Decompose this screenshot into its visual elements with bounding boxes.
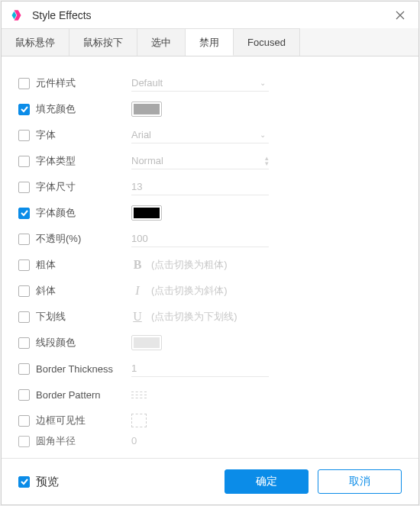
border-visibility-label: 边框可见性 (36, 414, 86, 427)
bold-label: 粗体 (36, 258, 56, 272)
row-font-type: 字体类型 Normal ▴▾ (18, 148, 402, 174)
tab-mousedown[interactable]: 鼠标按下 (69, 28, 137, 56)
italic-label: 斜体 (36, 284, 56, 298)
element-style-checkbox[interactable] (18, 78, 30, 89)
italic-icon[interactable]: I (131, 284, 144, 298)
italic-checkbox[interactable] (18, 285, 30, 297)
font-checkbox[interactable] (18, 130, 30, 141)
fill-color-swatch[interactable] (131, 102, 162, 117)
underline-hint: (点击切换为下划线) (151, 310, 237, 324)
window-title: Style Effects (32, 9, 391, 21)
font-color-swatch[interactable] (131, 205, 162, 221)
spinner-arrows-icon: ▴▾ (265, 156, 269, 166)
font-color-checkbox[interactable] (18, 208, 30, 219)
tab-selected[interactable]: 选中 (137, 28, 186, 56)
border-visibility-checkbox[interactable] (18, 415, 30, 427)
tab-mouseover[interactable]: 鼠标悬停 (2, 28, 69, 56)
row-italic: 斜体 I (点击切换为斜体) (18, 278, 402, 304)
preview-label: 预览 (36, 475, 59, 489)
row-element-style: 元件样式 Default ⌄ (18, 70, 402, 96)
row-font-size: 字体尺寸 13 (18, 174, 402, 200)
tab-disabled[interactable]: 禁用 (186, 28, 234, 56)
font-size-input[interactable]: 13 (131, 179, 269, 195)
border-thickness-value: 1 (131, 363, 137, 374)
row-underline: 下划线 U (点击切换为下划线) (18, 304, 402, 330)
row-bold: 粗体 B (点击切换为粗体) (18, 252, 402, 278)
italic-hint: (点击切换为斜体) (151, 284, 228, 298)
corner-radius-input[interactable]: 0 (131, 433, 269, 449)
border-pattern-checkbox[interactable] (18, 389, 30, 401)
font-size-label: 字体尺寸 (36, 180, 76, 194)
row-corner-radius: 圆角半径 0 (18, 433, 402, 449)
underline-icon[interactable]: U (131, 310, 144, 324)
font-color-label: 字体颜色 (36, 206, 76, 220)
corner-radius-value: 0 (131, 435, 137, 446)
row-font: 字体 Arial ⌄ (18, 122, 402, 148)
corner-radius-label: 圆角半径 (36, 434, 76, 448)
tab-bar: 鼠标悬停 鼠标按下 选中 禁用 Focused (2, 28, 418, 56)
chevron-down-icon: ⌄ (260, 131, 266, 139)
line-color-swatch[interactable] (131, 335, 162, 350)
row-border-thickness: Border Thickness 1 (18, 356, 402, 382)
row-line-color: 线段颜色 (18, 330, 402, 356)
tab-focused[interactable]: Focused (234, 28, 300, 56)
font-label: 字体 (36, 128, 56, 142)
close-icon (396, 11, 405, 20)
opacity-input[interactable]: 100 (131, 230, 269, 247)
element-style-dropdown[interactable]: Default ⌄ (131, 75, 269, 92)
cancel-button[interactable]: 取消 (318, 469, 402, 494)
border-pattern-label: Border Pattern (36, 389, 101, 401)
bold-hint: (点击切换为粗体) (151, 258, 228, 272)
font-size-value: 13 (131, 181, 142, 192)
chevron-down-icon: ⌄ (260, 79, 266, 87)
row-opacity: 不透明(%) 100 (18, 226, 402, 252)
font-dropdown[interactable]: Arial ⌄ (131, 127, 269, 143)
ok-button[interactable]: 确定 (225, 469, 309, 494)
font-size-checkbox[interactable] (18, 182, 30, 193)
border-thickness-checkbox[interactable] (18, 363, 30, 375)
border-visibility-selector[interactable] (131, 414, 147, 427)
font-type-spinner[interactable]: Normal ▴▾ (131, 153, 269, 169)
font-value: Arial (131, 129, 151, 140)
row-font-color: 字体颜色 (18, 200, 402, 226)
underline-checkbox[interactable] (18, 311, 30, 323)
line-color-label: 线段颜色 (36, 336, 76, 350)
font-type-checkbox[interactable] (18, 156, 30, 167)
row-fill-color: 填充颜色 (18, 96, 402, 122)
row-border-visibility: 边框可见性 (18, 408, 402, 433)
border-thickness-label: Border Thickness (36, 363, 113, 375)
opacity-value: 100 (131, 233, 148, 244)
fill-color-label: 填充颜色 (36, 102, 76, 116)
font-type-value: Normal (131, 155, 163, 166)
opacity-checkbox[interactable] (18, 234, 30, 245)
titlebar: Style Effects (2, 2, 418, 28)
bold-icon[interactable]: B (131, 258, 144, 272)
opacity-label: 不透明(%) (36, 232, 81, 246)
fill-color-checkbox[interactable] (18, 104, 30, 115)
preview-checkbox[interactable] (18, 476, 30, 488)
app-logo-icon (11, 8, 24, 22)
row-border-pattern: Border Pattern (18, 382, 402, 408)
border-pattern-selector[interactable] (131, 392, 147, 398)
element-style-value: Default (131, 77, 163, 89)
style-effects-dialog: Style Effects 鼠标悬停 鼠标按下 选中 禁用 Focused 元件… (1, 1, 419, 505)
close-button[interactable] (391, 6, 409, 24)
underline-label: 下划线 (36, 310, 66, 324)
border-thickness-input[interactable]: 1 (131, 360, 269, 377)
element-style-label: 元件样式 (36, 76, 76, 90)
dialog-footer: 预览 确定 取消 (2, 458, 418, 504)
font-type-label: 字体类型 (36, 154, 76, 168)
line-color-checkbox[interactable] (18, 337, 30, 349)
bold-checkbox[interactable] (18, 259, 30, 271)
properties-panel: 元件样式 Default ⌄ 填充颜色 字体 (2, 56, 418, 458)
corner-radius-checkbox[interactable] (18, 436, 30, 447)
